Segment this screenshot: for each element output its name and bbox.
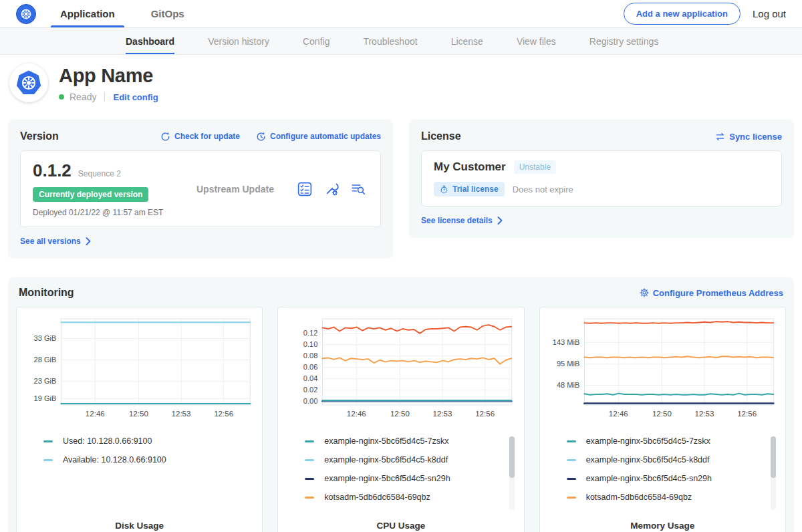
legend-item: kotsadm-5db6dc6584-69qbz — [305, 493, 517, 502]
legend-scrollbar[interactable] — [771, 436, 776, 510]
configure-prometheus-label: Configure Prometheus Address — [653, 288, 783, 298]
legend-item: example-nginx-5bc6f5d4c5-7zskx — [567, 436, 779, 446]
see-license-details-link[interactable]: See license details — [421, 216, 503, 225]
legend-label: example-nginx-5bc6f5d4c5-k8ddf — [324, 455, 448, 464]
configure-prometheus-link[interactable]: Configure Prometheus Address — [640, 288, 783, 298]
legend-item: example-nginx-5bc6f5d4c5-sn29h — [567, 474, 779, 483]
svg-text:12:56: 12:56 — [214, 410, 233, 418]
sub-nav: Dashboard Version history Config Trouble… — [0, 28, 802, 55]
svg-text:95 MiB: 95 MiB — [557, 360, 579, 368]
memory-usage-plot: 48 MiB95 MiB143 MiB12:4612:5012:5312:56 — [547, 314, 779, 430]
version-card: Version Check for update Configure autom… — [8, 120, 393, 259]
subtab-dashboard[interactable]: Dashboard — [126, 28, 174, 54]
page-root: Application GitOps Add a new application… — [0, 0, 802, 532]
disk-usage-chart-card: 19 GiB23 GiB28 GiB33 GiB12:4612:5012:531… — [16, 307, 263, 532]
cpu-usage-chart-card: 0.000.020.040.060.080.100.1212:4612:5012… — [277, 307, 524, 532]
chevron-right-icon — [86, 237, 91, 245]
see-license-details-label: See license details — [421, 216, 493, 225]
deployed-timestamp: Deployed 01/21/22 @ 11:57 am EST — [33, 208, 196, 217]
subtab-license[interactable]: License — [451, 28, 483, 54]
edit-config-link[interactable]: Edit config — [113, 92, 158, 102]
chart-title: CPU Usage — [285, 521, 517, 531]
current-version-row: 0.1.2 Sequence 2 Currently deployed vers… — [20, 150, 381, 227]
legend-color-dash — [567, 478, 576, 480]
see-all-versions-label: See all versions — [20, 237, 81, 246]
logout-link[interactable]: Log out — [753, 8, 786, 19]
preflight-checks-icon[interactable] — [297, 182, 312, 196]
tab-application[interactable]: Application — [59, 0, 116, 27]
app-avatar — [9, 63, 48, 102]
legend-scrollbar[interactable] — [509, 436, 515, 510]
svg-text:0.10: 0.10 — [303, 340, 318, 348]
sync-license-link[interactable]: Sync license — [715, 132, 782, 142]
svg-text:0.02: 0.02 — [303, 386, 318, 394]
cpu-usage-legend: example-nginx-5bc6f5d4c5-7zskxexample-ng… — [285, 436, 517, 515]
gear-icon — [640, 288, 649, 297]
legend-color-dash — [305, 497, 314, 499]
subtab-config[interactable]: Config — [303, 28, 329, 54]
charts-row: 19 GiB23 GiB28 GiB33 GiB12:4612:5012:531… — [16, 307, 786, 532]
chart-title: Disk Usage — [23, 521, 255, 531]
configure-automatic-updates-label: Configure automatic updates — [270, 132, 381, 141]
see-all-versions-link[interactable]: See all versions — [20, 237, 91, 246]
svg-text:12:53: 12:53 — [172, 410, 191, 418]
tab-application-label: Application — [60, 8, 115, 19]
svg-text:48 MiB: 48 MiB — [557, 381, 579, 389]
legend-label: Available: 10.128.0.66:9100 — [63, 455, 166, 464]
add-application-button[interactable]: Add a new application — [624, 3, 741, 25]
check-for-update-label: Check for update — [174, 132, 240, 141]
top-nav-right: Add a new application Log out — [624, 3, 786, 25]
svg-text:12:46: 12:46 — [86, 410, 105, 418]
svg-text:12:50: 12:50 — [390, 410, 410, 418]
legend-label: example-nginx-5bc6f5d4c5-sn29h — [586, 474, 712, 483]
version-card-title: Version — [20, 130, 59, 142]
tab-gitops[interactable]: GitOps — [150, 0, 186, 27]
license-expiry: Does not expire — [513, 184, 573, 194]
legend-color-dash — [305, 440, 314, 442]
tab-gitops-label: GitOps — [151, 8, 184, 19]
legend-label: example-nginx-5bc6f5d4c5-k8ddf — [586, 455, 710, 464]
stopwatch-icon — [440, 185, 448, 194]
chart-title: Memory Usage — [547, 521, 779, 531]
view-logs-icon[interactable] — [351, 182, 366, 196]
scrollbar-thumb[interactable] — [771, 436, 776, 478]
status-dot — [59, 94, 64, 100]
svg-text:12:53: 12:53 — [433, 410, 452, 418]
scrollbar-thumb[interactable] — [509, 436, 515, 478]
svg-text:0.08: 0.08 — [303, 352, 318, 360]
svg-text:0.06: 0.06 — [303, 363, 318, 371]
currently-deployed-badge: Currently deployed version — [33, 187, 148, 202]
svg-text:12:46: 12:46 — [347, 410, 366, 418]
app-header: App Name Ready Edit config — [0, 55, 802, 112]
memory-usage-chart-card: 48 MiB95 MiB143 MiB12:4612:5012:5312:56 … — [539, 307, 786, 532]
legend-color-dash — [567, 497, 576, 499]
check-for-update-link[interactable]: Check for update — [160, 132, 240, 142]
monitoring-panel: Monitoring Configure Prometheus Address … — [8, 277, 794, 532]
legend-item: example-nginx-5bc6f5d4c5-k8ddf — [305, 455, 517, 464]
chevron-right-icon — [497, 217, 503, 225]
subtab-troubleshoot[interactable]: Troubleshoot — [363, 28, 417, 54]
legend-label: example-nginx-5bc6f5d4c5-7zskx — [324, 436, 448, 446]
legend-item: example-nginx-5bc6f5d4c5-sn29h — [305, 474, 517, 483]
svg-text:28 GiB: 28 GiB — [34, 356, 57, 364]
svg-text:12:56: 12:56 — [476, 410, 495, 418]
sync-license-label: Sync license — [729, 132, 782, 142]
config-wrench-icon[interactable] — [324, 182, 339, 196]
legend-item: Available: 10.128.0.66:9100 — [43, 455, 255, 464]
channel-badge: Unstable — [514, 160, 556, 174]
legend-label: example-nginx-5bc6f5d4c5-7zskx — [586, 436, 710, 446]
legend-item: example-nginx-5bc6f5d4c5-7zskx — [305, 436, 517, 446]
svg-text:143 MiB: 143 MiB — [552, 338, 579, 346]
license-detail-row: My Customer Unstable Trial license Does … — [421, 150, 782, 207]
subtab-view-files[interactable]: View files — [517, 28, 556, 54]
subtab-version-history[interactable]: Version history — [208, 28, 269, 54]
subtab-registry-settings[interactable]: Registry settings — [589, 28, 658, 54]
clock-update-icon — [256, 132, 266, 142]
kubernetes-app-icon — [14, 68, 43, 98]
update-type-label: Upstream Update — [196, 184, 297, 194]
legend-color-dash — [567, 459, 576, 461]
legend-color-dash — [43, 459, 53, 461]
customer-name: My Customer — [434, 160, 506, 174]
legend-color-dash — [305, 459, 314, 461]
configure-automatic-updates-link[interactable]: Configure automatic updates — [256, 132, 381, 142]
